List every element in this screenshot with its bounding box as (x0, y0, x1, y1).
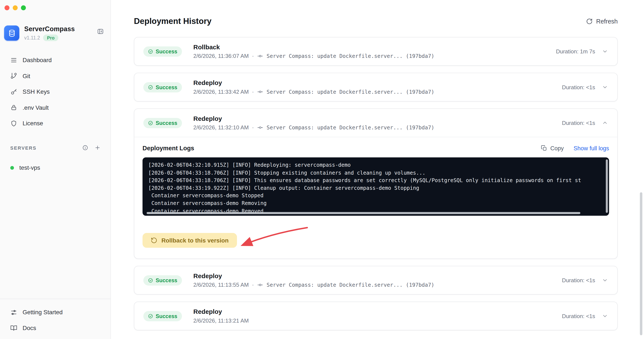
expand-toggle-button[interactable] (602, 277, 608, 283)
sidebar-item-label: License (22, 120, 43, 127)
close-button[interactable] (4, 5, 10, 10)
git-commit-icon (257, 282, 263, 288)
terminal-horizontal-scrollbar[interactable] (146, 212, 580, 214)
sidebar-item-dashboard[interactable]: Dashboard (0, 52, 110, 68)
deployment-action: Redeploy (193, 79, 434, 87)
chevron-up-icon (602, 120, 608, 126)
check-circle-icon (148, 49, 153, 54)
pro-badge: Pro (43, 35, 58, 41)
deployment-duration: Duration: <1s (562, 313, 595, 319)
refresh-button[interactable]: Refresh (586, 18, 618, 25)
deployment-card-header[interactable]: Success Redeploy 2/6/2026, 11:13:21 AM D… (134, 302, 617, 330)
commit-message: Server Compass: update Dockerfile.server… (266, 124, 434, 131)
sidebar-item-docs[interactable]: Docs (0, 320, 110, 335)
commit-message: Server Compass: update Dockerfile.server… (266, 282, 434, 288)
expand-toggle-button[interactable] (602, 313, 608, 319)
collapse-toggle-button[interactable] (602, 120, 608, 126)
log-line: Container servercompass-demo Stopped (148, 192, 604, 200)
deployment-timestamp: 2/6/2026, 11:33:42 AM (193, 89, 249, 95)
deployment-list: Success Rollback 2/6/2026, 11:36:07 AM ·… (134, 37, 618, 330)
deployment-timestamp: 2/6/2026, 11:36:07 AM (193, 53, 249, 59)
log-line: [2026-02-06T04:32:10.915Z] [INFO] Redepl… (148, 161, 604, 169)
terminal-vertical-scrollbar[interactable] (606, 159, 608, 213)
deployment-card: Success Rollback 2/6/2026, 11:36:07 AM ·… (134, 37, 618, 66)
deployment-card-header[interactable]: Success Redeploy 2/6/2026, 11:13:55 AM ·… (134, 266, 617, 294)
logs-title: Deployment Logs (142, 145, 194, 152)
deployment-action: Rollback (193, 44, 434, 51)
chevron-down-icon (602, 313, 608, 319)
chevron-down-icon (602, 48, 608, 55)
server-item-test-vps[interactable]: test-vps (6, 160, 105, 175)
page-title: Deployment History (134, 17, 212, 26)
expand-toggle-button[interactable] (602, 48, 608, 55)
deployment-card-header[interactable]: Success Redeploy 2/6/2026, 11:32:10 AM ·… (134, 109, 617, 137)
app-name: ServerCompass (24, 26, 75, 33)
sidebar-item-label: Docs (22, 325, 36, 331)
refresh-label: Refresh (596, 18, 618, 25)
git-commit-icon (257, 124, 263, 131)
collapse-sidebar-button[interactable] (97, 28, 104, 36)
expand-toggle-button[interactable] (602, 84, 608, 91)
sidebar-item-getting-started[interactable]: Getting Started (0, 304, 110, 320)
window-scrollbar[interactable] (640, 192, 642, 335)
info-icon (82, 145, 88, 151)
deployment-card: Success Redeploy 2/6/2026, 11:33:42 AM ·… (134, 73, 618, 102)
status-badge: Success (144, 118, 182, 128)
deployment-card: Success Redeploy 2/6/2026, 11:13:21 AM D… (134, 302, 618, 330)
log-line: [2026-02-06T04:33:18.706Z] [INFO] Stoppi… (148, 169, 604, 177)
deployment-action: Redeploy (193, 272, 434, 280)
sidebar-nav: Dashboard Git SSH Keys .env Vault Licens… (0, 52, 110, 131)
git-branch-icon (10, 72, 17, 79)
logs-panel: Deployment Logs Copy Show full logs [202… (134, 137, 617, 258)
rollback-label: Rollback to this version (161, 237, 228, 244)
copy-logs-button[interactable]: Copy (541, 145, 564, 151)
separator-dot: · (252, 89, 254, 95)
deployment-card-expanded: Success Redeploy 2/6/2026, 11:32:10 AM ·… (134, 108, 618, 259)
sidebar-item-label: Git (22, 73, 30, 79)
separator-dot: · (252, 53, 254, 59)
deployment-timestamp: 2/6/2026, 11:32:10 AM (193, 124, 249, 131)
status-badge: Success (144, 46, 182, 57)
deployment-action: Redeploy (193, 308, 249, 316)
log-line: [2026-02-06T04:33:19.922Z] [INFO] Cleanu… (148, 184, 604, 192)
deployment-duration: Duration: <1s (562, 120, 595, 126)
rollback-button[interactable]: Rollback to this version (142, 233, 237, 248)
separator-dot: · (252, 282, 254, 288)
sidebar: ServerCompass v1.11.2 Pro Dashboard Git (0, 0, 111, 339)
deployment-action: Redeploy (193, 115, 434, 123)
servers-info-button[interactable] (82, 145, 88, 151)
window-controls (4, 5, 26, 10)
deployment-duration: Duration: <1s (562, 84, 595, 90)
key-icon (10, 88, 17, 95)
chevron-down-icon (602, 84, 608, 91)
check-circle-icon (148, 277, 153, 283)
separator-dot: · (252, 124, 254, 131)
sidebar-item-git[interactable]: Git (0, 68, 110, 84)
terminal-log-viewer[interactable]: [2026-02-06T04:32:10.915Z] [INFO] Redepl… (142, 157, 609, 216)
sidebar-item-label: Getting Started (22, 309, 63, 315)
book-icon (10, 324, 17, 331)
app-logo (4, 26, 19, 41)
copy-label: Copy (550, 145, 564, 151)
add-server-button[interactable] (94, 145, 101, 151)
shield-icon (10, 120, 17, 127)
sidebar-item-env-vault[interactable]: .env Vault (0, 100, 110, 116)
sidebar-item-license[interactable]: License (0, 116, 110, 131)
log-line: Container servercompass-demo Removing (148, 200, 604, 207)
deployment-timestamp: 2/6/2026, 11:13:21 AM (193, 318, 249, 324)
sidebar-item-label: SSH Keys (22, 88, 50, 95)
servers-heading: SERVERS (10, 145, 36, 150)
show-full-logs-link[interactable]: Show full logs (574, 145, 609, 151)
sidebar-item-ssh-keys[interactable]: SSH Keys (0, 84, 110, 100)
minimize-button[interactable] (13, 5, 18, 10)
status-badge: Success (144, 82, 182, 92)
refresh-icon (586, 18, 593, 25)
deployment-timestamp: 2/6/2026, 11:13:55 AM (193, 282, 249, 288)
zoom-button[interactable] (21, 5, 26, 10)
deployment-card-header[interactable]: Success Redeploy 2/6/2026, 11:33:42 AM ·… (134, 73, 617, 101)
copy-icon (541, 145, 547, 151)
plus-icon (94, 145, 101, 151)
git-commit-icon (257, 53, 263, 59)
commit-message: Server Compass: update Dockerfile.server… (266, 89, 434, 95)
deployment-card-header[interactable]: Success Rollback 2/6/2026, 11:36:07 AM ·… (134, 37, 617, 65)
